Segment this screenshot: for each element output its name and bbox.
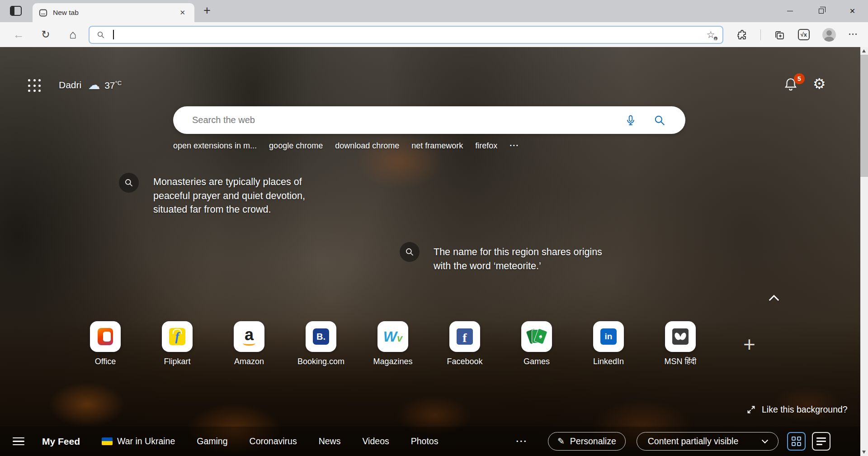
facebook-icon: f bbox=[457, 328, 473, 345]
web-search-box[interactable]: Search the web bbox=[173, 106, 685, 134]
weather-temperature: 37°C bbox=[104, 80, 122, 91]
feed-tab-war-in-ukraine[interactable]: War in Ukraine bbox=[102, 436, 175, 446]
quick-link-linkedin[interactable]: in LinkedIn bbox=[583, 321, 634, 366]
msn-butterfly-icon bbox=[672, 328, 689, 345]
photo-caption: Monasteries are typically places of peac… bbox=[153, 175, 305, 217]
minimize-icon bbox=[787, 11, 793, 11]
tab-close-icon[interactable]: ✕ bbox=[177, 8, 188, 18]
tab-strip: New tab ✕ + ✕ bbox=[0, 0, 868, 22]
math-solver-icon[interactable]: √x bbox=[798, 29, 810, 40]
star-plus-badge: + bbox=[713, 36, 718, 41]
content-visibility-dropdown[interactable]: Content partially visible bbox=[637, 432, 778, 451]
notifications-button[interactable]: 5 bbox=[783, 77, 799, 93]
weather-widget[interactable]: Dadri ☁ 37°C bbox=[59, 78, 122, 92]
collections-icon[interactable] bbox=[774, 29, 785, 40]
magazines-icon: Wv bbox=[383, 328, 402, 345]
search-placeholder: Search the web bbox=[192, 115, 255, 125]
photo-caption: The name for this region shares origins … bbox=[434, 245, 602, 273]
cloud-icon: ☁ bbox=[88, 78, 100, 92]
settings-more-icon[interactable]: ··· bbox=[849, 30, 858, 39]
page-settings-gear-icon[interactable]: ⚙ bbox=[813, 75, 826, 92]
page-scrollbar[interactable] bbox=[860, 47, 868, 456]
like-background-link[interactable]: Like this background? bbox=[746, 404, 848, 415]
tab-new-tab[interactable]: New tab ✕ bbox=[33, 3, 194, 22]
expand-arrows-icon bbox=[746, 405, 756, 414]
refresh-button[interactable]: ↻ bbox=[38, 27, 53, 43]
add-favorite-button[interactable]: ☆ + bbox=[707, 29, 715, 40]
suggestion-link[interactable]: open extensions in m... bbox=[173, 141, 257, 151]
quick-link-facebook[interactable]: f Facebook bbox=[439, 321, 490, 366]
window-restore-button[interactable] bbox=[806, 0, 837, 22]
new-tab-page: Dadri ☁ 37°C 5 ⚙ Search the web bbox=[0, 47, 868, 456]
quick-link-booking[interactable]: B. Booking.com bbox=[296, 321, 346, 366]
notification-badge: 5 bbox=[794, 73, 805, 84]
voice-search-mic-icon[interactable] bbox=[625, 114, 637, 126]
browser-toolbar: ← ↻ ⌂ ☆ + √x ··· bbox=[0, 22, 868, 47]
games-cards-icon: ♠ bbox=[527, 328, 547, 346]
feed-tab-coronavirus[interactable]: Coronavirus bbox=[250, 436, 297, 446]
amazon-icon: a bbox=[243, 328, 255, 346]
new-tab-favicon-icon bbox=[39, 9, 47, 17]
quick-link-magazines[interactable]: Wv Magazines bbox=[368, 321, 418, 366]
feed-bar: My Feed War in Ukraine Gaming Coronaviru… bbox=[0, 427, 860, 456]
extensions-puzzle-icon[interactable] bbox=[737, 29, 748, 40]
search-suggestions: open extensions in m... google chrome do… bbox=[173, 141, 519, 151]
ukraine-flag-icon bbox=[102, 437, 113, 445]
flipkart-icon: f bbox=[169, 328, 185, 345]
search-icon bbox=[405, 247, 414, 256]
scrollbar-up-arrow[interactable] bbox=[862, 49, 866, 52]
feed-tab-news[interactable]: News bbox=[319, 436, 341, 446]
list-layout-icon bbox=[816, 437, 826, 445]
scrollbar-down-arrow[interactable] bbox=[862, 451, 866, 454]
window-minimize-button[interactable] bbox=[774, 0, 806, 22]
back-button[interactable]: ← bbox=[11, 27, 26, 43]
scrollbar-thumb[interactable] bbox=[860, 55, 868, 177]
linkedin-icon: in bbox=[600, 328, 617, 345]
suggestion-link[interactable]: net framework bbox=[411, 141, 463, 151]
feed-tab-my-feed[interactable]: My Feed bbox=[42, 436, 80, 447]
quick-link-flipkart[interactable]: f Flipkart bbox=[152, 321, 203, 366]
quick-link-amazon[interactable]: a Amazon bbox=[224, 321, 274, 366]
feed-tab-photos[interactable]: Photos bbox=[411, 436, 439, 446]
address-bar[interactable]: ☆ + bbox=[89, 26, 723, 44]
new-tab-button[interactable]: + bbox=[200, 4, 214, 18]
photo-info-search-button[interactable] bbox=[400, 242, 420, 262]
list-layout-button[interactable] bbox=[812, 432, 830, 451]
pencil-icon: ✎ bbox=[557, 436, 565, 446]
feed-tab-videos[interactable]: Videos bbox=[362, 436, 389, 446]
quick-links-row: Office f Flipkart a Amazon B. Booking.co… bbox=[80, 321, 706, 366]
restore-icon bbox=[819, 9, 824, 14]
office-icon bbox=[98, 328, 113, 345]
suggestion-link[interactable]: download chrome bbox=[335, 141, 399, 151]
quick-link-games[interactable]: ♠ Games bbox=[511, 321, 562, 366]
search-icon bbox=[124, 178, 133, 187]
profile-avatar[interactable] bbox=[822, 28, 836, 42]
suggestion-link[interactable]: google chrome bbox=[269, 141, 323, 151]
feed-menu-hamburger-icon[interactable] bbox=[13, 437, 24, 446]
suggestions-more-icon[interactable]: ··· bbox=[509, 141, 519, 151]
quick-link-office[interactable]: Office bbox=[80, 321, 131, 366]
chevron-down-icon bbox=[762, 437, 768, 443]
text-cursor bbox=[113, 30, 114, 39]
quick-link-msn-hindi[interactable]: MSN हिंदी bbox=[655, 321, 706, 366]
photo-info-search-button[interactable] bbox=[119, 173, 139, 193]
personalize-button[interactable]: ✎ Personalize bbox=[548, 432, 626, 451]
add-site-button[interactable]: + bbox=[743, 332, 755, 356]
toolbar-divider bbox=[760, 29, 761, 40]
address-search-icon bbox=[97, 31, 105, 39]
search-submit-icon[interactable] bbox=[654, 114, 665, 126]
grid-layout-icon bbox=[792, 437, 801, 446]
booking-icon: B. bbox=[313, 328, 329, 345]
page-layout-menu-icon[interactable] bbox=[28, 79, 42, 93]
collapse-chevron-up-icon[interactable] bbox=[769, 295, 779, 305]
window-close-button[interactable]: ✕ bbox=[837, 0, 868, 22]
tab-title: New tab bbox=[53, 9, 177, 17]
tab-actions-menu-icon[interactable] bbox=[10, 6, 22, 16]
feed-tab-gaming[interactable]: Gaming bbox=[197, 436, 227, 446]
suggestion-link[interactable]: firefox bbox=[475, 141, 497, 151]
home-button[interactable]: ⌂ bbox=[65, 27, 80, 43]
weather-location: Dadri bbox=[59, 80, 81, 90]
feed-more-icon[interactable]: ··· bbox=[516, 436, 527, 446]
grid-layout-button[interactable] bbox=[787, 432, 806, 451]
